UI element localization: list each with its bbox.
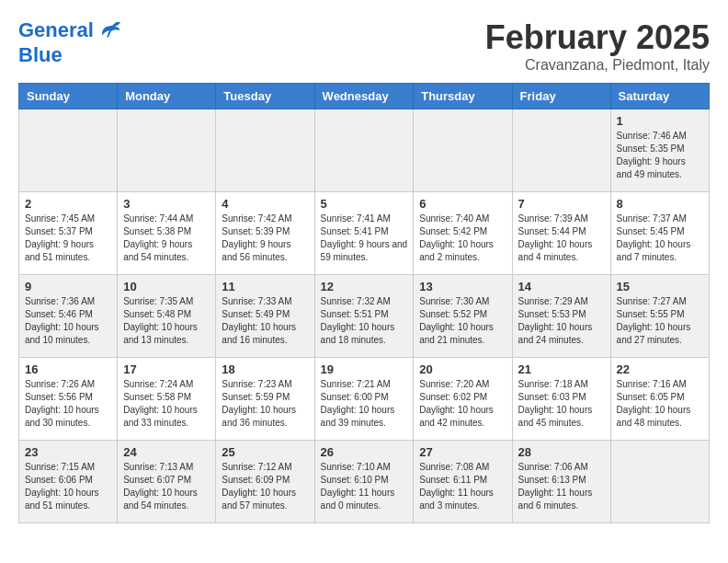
calendar-cell: 24Sunrise: 7:13 AM Sunset: 6:07 PM Dayli… xyxy=(118,441,216,523)
logo-bird-icon xyxy=(96,18,121,44)
day-number: 7 xyxy=(518,197,605,211)
logo-text: General xyxy=(18,18,121,44)
logo: General Blue xyxy=(18,18,121,66)
calendar-cell: 12Sunrise: 7:32 AM Sunset: 5:51 PM Dayli… xyxy=(314,275,414,358)
calendar-week-row: 16Sunrise: 7:26 AM Sunset: 5:56 PM Dayli… xyxy=(19,358,710,441)
calendar-cell: 11Sunrise: 7:33 AM Sunset: 5:49 PM Dayli… xyxy=(216,275,314,358)
weekday-header-saturday: Saturday xyxy=(610,84,709,109)
day-info: Sunrise: 7:36 AM Sunset: 5:46 PM Dayligh… xyxy=(25,295,111,347)
day-number: 8 xyxy=(617,197,703,211)
weekday-header-sunday: Sunday xyxy=(19,84,118,109)
calendar-cell: 6Sunrise: 7:40 AM Sunset: 5:42 PM Daylig… xyxy=(414,192,512,275)
calendar-cell: 20Sunrise: 7:20 AM Sunset: 6:02 PM Dayli… xyxy=(414,358,512,441)
day-info: Sunrise: 7:16 AM Sunset: 6:05 PM Dayligh… xyxy=(617,378,703,430)
calendar-cell: 15Sunrise: 7:27 AM Sunset: 5:55 PM Dayli… xyxy=(610,275,709,358)
day-number: 14 xyxy=(518,280,605,293)
day-info: Sunrise: 7:18 AM Sunset: 6:03 PM Dayligh… xyxy=(518,378,605,430)
calendar-cell: 1Sunrise: 7:46 AM Sunset: 5:35 PM Daylig… xyxy=(610,109,709,192)
day-info: Sunrise: 7:26 AM Sunset: 5:56 PM Dayligh… xyxy=(25,378,111,430)
day-number: 13 xyxy=(419,280,506,293)
day-number: 27 xyxy=(419,445,506,459)
day-number: 26 xyxy=(321,445,408,459)
day-info: Sunrise: 7:29 AM Sunset: 5:53 PM Dayligh… xyxy=(518,295,605,347)
calendar-cell: 9Sunrise: 7:36 AM Sunset: 5:46 PM Daylig… xyxy=(19,275,118,358)
day-info: Sunrise: 7:08 AM Sunset: 6:11 PM Dayligh… xyxy=(419,461,506,512)
calendar-cell xyxy=(314,109,414,192)
day-number: 11 xyxy=(222,280,308,293)
day-number: 25 xyxy=(222,445,308,459)
calendar-week-row: 2Sunrise: 7:45 AM Sunset: 5:37 PM Daylig… xyxy=(19,192,710,275)
day-number: 5 xyxy=(321,197,408,211)
day-info: Sunrise: 7:20 AM Sunset: 6:02 PM Dayligh… xyxy=(419,378,506,430)
day-number: 1 xyxy=(617,114,703,128)
day-number: 4 xyxy=(222,197,308,211)
weekday-header-friday: Friday xyxy=(512,84,610,109)
weekday-header-tuesday: Tuesday xyxy=(216,84,314,109)
day-number: 22 xyxy=(617,362,703,376)
weekday-header-monday: Monday xyxy=(118,84,216,109)
day-number: 2 xyxy=(25,197,111,211)
calendar-cell: 28Sunrise: 7:06 AM Sunset: 6:13 PM Dayli… xyxy=(512,441,610,523)
calendar-week-row: 23Sunrise: 7:15 AM Sunset: 6:06 PM Dayli… xyxy=(19,441,710,523)
day-info: Sunrise: 7:10 AM Sunset: 6:10 PM Dayligh… xyxy=(321,461,408,512)
day-info: Sunrise: 7:06 AM Sunset: 6:13 PM Dayligh… xyxy=(518,461,605,512)
calendar-week-row: 9Sunrise: 7:36 AM Sunset: 5:46 PM Daylig… xyxy=(19,275,710,358)
calendar-cell xyxy=(414,109,512,192)
calendar-cell: 14Sunrise: 7:29 AM Sunset: 5:53 PM Dayli… xyxy=(512,275,610,358)
header: General Blue February 2025 Cravanzana, P… xyxy=(18,18,710,74)
calendar-cell: 7Sunrise: 7:39 AM Sunset: 5:44 PM Daylig… xyxy=(512,192,610,275)
day-number: 28 xyxy=(518,445,605,459)
day-info: Sunrise: 7:35 AM Sunset: 5:48 PM Dayligh… xyxy=(123,295,210,347)
day-number: 10 xyxy=(123,280,210,293)
day-info: Sunrise: 7:33 AM Sunset: 5:49 PM Dayligh… xyxy=(222,295,308,347)
day-number: 12 xyxy=(321,280,408,293)
calendar-cell: 25Sunrise: 7:12 AM Sunset: 6:09 PM Dayli… xyxy=(216,441,314,523)
calendar-cell xyxy=(216,109,314,192)
day-number: 9 xyxy=(25,280,111,293)
calendar-cell: 26Sunrise: 7:10 AM Sunset: 6:10 PM Dayli… xyxy=(314,441,414,523)
calendar-cell: 4Sunrise: 7:42 AM Sunset: 5:39 PM Daylig… xyxy=(216,192,314,275)
calendar-cell: 2Sunrise: 7:45 AM Sunset: 5:37 PM Daylig… xyxy=(19,192,118,275)
day-number: 15 xyxy=(617,280,703,293)
month-title: February 2025 xyxy=(485,18,710,57)
calendar-cell: 17Sunrise: 7:24 AM Sunset: 5:58 PM Dayli… xyxy=(118,358,216,441)
calendar-cell: 21Sunrise: 7:18 AM Sunset: 6:03 PM Dayli… xyxy=(512,358,610,441)
day-info: Sunrise: 7:13 AM Sunset: 6:07 PM Dayligh… xyxy=(123,461,210,512)
title-area: February 2025 Cravanzana, Piedmont, Ital… xyxy=(485,18,710,74)
calendar-cell: 10Sunrise: 7:35 AM Sunset: 5:48 PM Dayli… xyxy=(118,275,216,358)
day-number: 19 xyxy=(321,362,408,376)
calendar-cell: 27Sunrise: 7:08 AM Sunset: 6:11 PM Dayli… xyxy=(414,441,512,523)
day-info: Sunrise: 7:21 AM Sunset: 6:00 PM Dayligh… xyxy=(321,378,408,430)
calendar-cell: 22Sunrise: 7:16 AM Sunset: 6:05 PM Dayli… xyxy=(610,358,709,441)
calendar-cell: 19Sunrise: 7:21 AM Sunset: 6:00 PM Dayli… xyxy=(314,358,414,441)
calendar-cell: 13Sunrise: 7:30 AM Sunset: 5:52 PM Dayli… xyxy=(414,275,512,358)
day-info: Sunrise: 7:40 AM Sunset: 5:42 PM Dayligh… xyxy=(419,213,506,264)
day-info: Sunrise: 7:27 AM Sunset: 5:55 PM Dayligh… xyxy=(617,295,703,347)
calendar-cell xyxy=(19,109,118,192)
weekday-header-row: SundayMondayTuesdayWednesdayThursdayFrid… xyxy=(19,84,710,109)
calendar-table: SundayMondayTuesdayWednesdayThursdayFrid… xyxy=(18,83,710,523)
weekday-header-thursday: Thursday xyxy=(414,84,512,109)
calendar-cell: 16Sunrise: 7:26 AM Sunset: 5:56 PM Dayli… xyxy=(19,358,118,441)
calendar-week-row: 1Sunrise: 7:46 AM Sunset: 5:35 PM Daylig… xyxy=(19,109,710,192)
day-info: Sunrise: 7:41 AM Sunset: 5:41 PM Dayligh… xyxy=(321,213,408,264)
day-number: 20 xyxy=(419,362,506,376)
day-number: 24 xyxy=(123,445,210,459)
day-info: Sunrise: 7:12 AM Sunset: 6:09 PM Dayligh… xyxy=(222,461,308,512)
day-info: Sunrise: 7:32 AM Sunset: 5:51 PM Dayligh… xyxy=(321,295,408,347)
calendar-cell xyxy=(512,109,610,192)
day-info: Sunrise: 7:42 AM Sunset: 5:39 PM Dayligh… xyxy=(222,213,308,264)
calendar-cell: 3Sunrise: 7:44 AM Sunset: 5:38 PM Daylig… xyxy=(118,192,216,275)
day-info: Sunrise: 7:39 AM Sunset: 5:44 PM Dayligh… xyxy=(518,213,605,264)
day-info: Sunrise: 7:46 AM Sunset: 5:35 PM Dayligh… xyxy=(617,130,703,181)
day-info: Sunrise: 7:24 AM Sunset: 5:58 PM Dayligh… xyxy=(123,378,210,430)
logo-blue-text: Blue xyxy=(18,44,121,66)
calendar-cell: 8Sunrise: 7:37 AM Sunset: 5:45 PM Daylig… xyxy=(610,192,709,275)
calendar-cell: 23Sunrise: 7:15 AM Sunset: 6:06 PM Dayli… xyxy=(19,441,118,523)
day-number: 16 xyxy=(25,362,111,376)
day-number: 23 xyxy=(25,445,111,459)
day-info: Sunrise: 7:30 AM Sunset: 5:52 PM Dayligh… xyxy=(419,295,506,347)
calendar-cell: 5Sunrise: 7:41 AM Sunset: 5:41 PM Daylig… xyxy=(314,192,414,275)
day-info: Sunrise: 7:44 AM Sunset: 5:38 PM Dayligh… xyxy=(123,213,210,264)
day-number: 17 xyxy=(123,362,210,376)
